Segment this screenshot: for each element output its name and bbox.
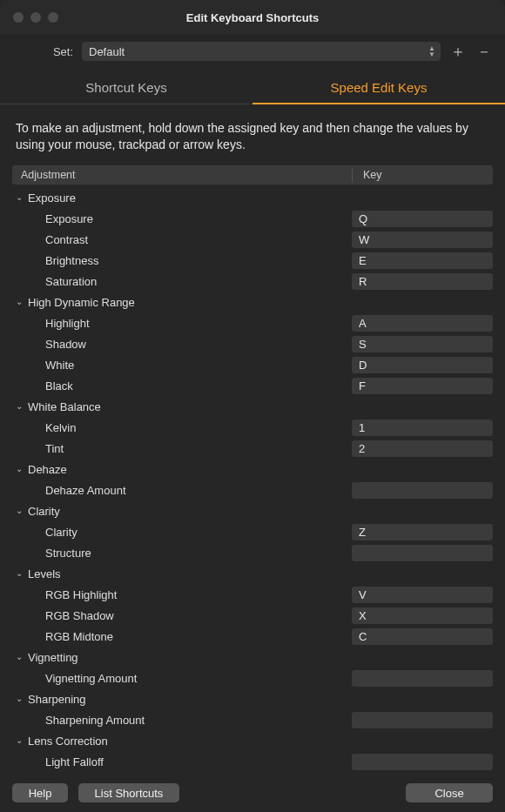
table-row[interactable]: RGB ShadowX — [12, 606, 493, 627]
table-row[interactable]: ShadowS — [12, 334, 493, 355]
adjustment-label: Saturation — [12, 275, 352, 288]
table-row[interactable]: Structure — [12, 543, 493, 564]
adjustment-label: Vignetting Amount — [12, 672, 352, 685]
key-field[interactable] — [352, 482, 493, 499]
key-field[interactable]: W — [352, 232, 493, 248]
group-name: Sharpening — [26, 693, 86, 706]
chevron-down-icon: ⌄ — [12, 464, 26, 473]
group-name: Clarity — [26, 505, 60, 518]
instructions-text: To make an adjustment, hold down the ass… — [0, 104, 505, 165]
footer: Help List Shortcuts Close — [0, 774, 505, 812]
add-set-button[interactable]: ＋ — [449, 43, 467, 60]
key-field[interactable] — [352, 754, 493, 770]
group-header[interactable]: ⌄Exposure — [12, 188, 493, 209]
adjustment-label: Tint — [12, 442, 352, 455]
group-name: Dehaze — [26, 463, 67, 476]
close-window-icon[interactable] — [13, 12, 24, 23]
group-header[interactable]: ⌄White Balance — [12, 397, 493, 418]
list-shortcuts-button[interactable]: List Shortcuts — [78, 783, 179, 802]
group-name: Lens Correction — [26, 735, 108, 748]
adjustment-label: Contrast — [12, 233, 352, 246]
group-header[interactable]: ⌄Clarity — [12, 501, 493, 522]
key-field[interactable]: Z — [352, 524, 493, 540]
key-field[interactable]: E — [352, 252, 493, 269]
table-row[interactable]: HighlightA — [12, 313, 493, 334]
chevron-down-icon: ⌄ — [12, 568, 26, 578]
table-row[interactable]: SaturationR — [12, 272, 493, 292]
table-row[interactable]: BrightnessE — [12, 251, 493, 272]
adjustment-label: RGB Highlight — [12, 588, 352, 601]
group-header[interactable]: ⌄Levels — [12, 564, 493, 585]
table-row[interactable]: Vignetting Amount — [12, 668, 493, 689]
table-row[interactable]: Tint2 — [12, 439, 493, 460]
table-body: ⌄ExposureExposureQContrastWBrightnessESa… — [12, 185, 493, 773]
key-field[interactable] — [352, 670, 493, 687]
key-field[interactable]: S — [352, 336, 493, 352]
key-field[interactable]: Q — [352, 211, 493, 227]
group-header[interactable]: ⌄Vignetting — [12, 648, 493, 668]
key-field[interactable] — [352, 545, 493, 561]
adjustment-label: Structure — [12, 547, 352, 560]
table-row[interactable]: Dehaze Amount — [12, 480, 493, 501]
close-button[interactable]: Close — [406, 783, 493, 802]
tabs: Shortcut Keys Speed Edit Keys — [0, 71, 505, 104]
chevron-down-icon: ⌄ — [12, 652, 26, 661]
adjustment-label: White — [12, 359, 352, 372]
group-name: Exposure — [26, 191, 76, 205]
col-adjustment-header[interactable]: Adjustment — [12, 169, 352, 181]
shortcuts-table: Adjustment Key ⌄ExposureExposureQContras… — [0, 165, 505, 773]
set-select[interactable]: Default ▲▼ — [82, 42, 441, 61]
table-row[interactable]: BlackF — [12, 376, 493, 397]
group-name: White Balance — [26, 400, 101, 413]
key-field[interactable]: R — [352, 273, 493, 290]
minimize-window-icon[interactable] — [30, 12, 41, 23]
set-select-value: Default — [89, 45, 125, 58]
chevron-down-icon: ⌄ — [12, 401, 26, 411]
table-row[interactable]: Light Falloff — [12, 752, 493, 773]
tab-shortcut-keys[interactable]: Shortcut Keys — [0, 71, 252, 104]
help-button[interactable]: Help — [12, 783, 68, 802]
zoom-window-icon[interactable] — [48, 12, 58, 23]
minus-icon: － — [476, 41, 492, 62]
window-title: Edit Keyboard Shortcuts — [0, 11, 505, 24]
plus-icon: ＋ — [450, 41, 466, 62]
adjustment-label: RGB Midtone — [12, 630, 352, 643]
key-field[interactable]: C — [352, 628, 493, 645]
group-name: High Dynamic Range — [26, 296, 135, 309]
remove-set-button[interactable]: － — [475, 43, 493, 60]
chevron-down-icon: ⌄ — [12, 735, 26, 745]
tab-speed-edit-keys[interactable]: Speed Edit Keys — [252, 71, 505, 104]
col-key-header[interactable]: Key — [353, 169, 493, 181]
window-controls — [0, 12, 58, 23]
table-row[interactable]: RGB MidtoneC — [12, 627, 493, 648]
key-field[interactable]: V — [352, 587, 493, 603]
table-row[interactable]: ExposureQ — [12, 209, 493, 230]
set-label: Set: — [12, 45, 73, 58]
key-field[interactable]: X — [352, 607, 493, 624]
adjustment-label: Light Falloff — [12, 755, 352, 768]
select-stepper-icon: ▲▼ — [428, 46, 435, 57]
set-row: Set: Default ▲▼ ＋ － — [0, 35, 505, 71]
key-field[interactable]: A — [352, 315, 493, 332]
group-header[interactable]: ⌄High Dynamic Range — [12, 292, 493, 313]
adjustment-label: Black — [12, 379, 352, 393]
table-row[interactable]: Sharpening Amount — [12, 710, 493, 731]
group-header[interactable]: ⌄Dehaze — [12, 460, 493, 480]
table-row[interactable]: ContrastW — [12, 230, 493, 251]
table-row[interactable]: ClarityZ — [12, 522, 493, 543]
chevron-down-icon: ⌄ — [12, 506, 26, 515]
adjustment-label: Kelvin — [12, 421, 352, 434]
adjustment-label: Sharpening Amount — [12, 714, 352, 727]
group-header[interactable]: ⌄Lens Correction — [12, 731, 493, 752]
key-field[interactable]: D — [352, 357, 493, 373]
adjustment-label: Dehaze Amount — [12, 484, 352, 497]
adjustment-label: Exposure — [12, 212, 352, 225]
key-field[interactable]: 2 — [352, 440, 493, 457]
key-field[interactable]: F — [352, 378, 493, 394]
table-row[interactable]: WhiteD — [12, 355, 493, 376]
key-field[interactable]: 1 — [352, 419, 493, 436]
key-field[interactable] — [352, 712, 493, 728]
table-row[interactable]: Kelvin1 — [12, 418, 493, 439]
table-row[interactable]: RGB HighlightV — [12, 585, 493, 606]
group-header[interactable]: ⌄Sharpening — [12, 689, 493, 710]
